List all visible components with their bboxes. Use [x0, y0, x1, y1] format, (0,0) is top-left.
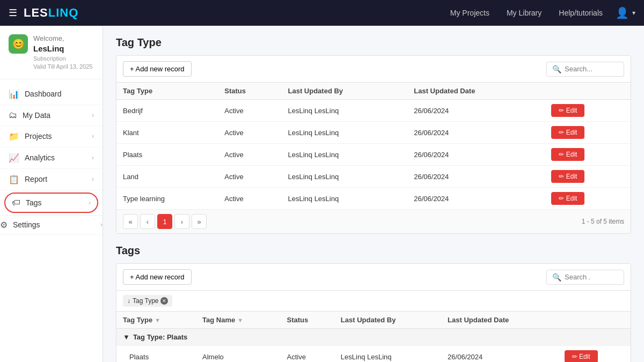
- cell-actions: ✏ Edit: [545, 144, 631, 166]
- cell-updated-by: LesLinq LesLinq: [281, 166, 407, 188]
- sidebar-item-label: Tags: [26, 198, 89, 207]
- topnav-links: My Projects My Library Help/tutorials: [450, 9, 603, 17]
- cell-tag-type: Klant: [116, 122, 218, 144]
- tag-type-footer: « ‹ 1 › » 1 - 5 of 5 items: [116, 209, 631, 233]
- cell-updated-by: LesLinq LesLinq: [281, 122, 407, 144]
- tags-search-box: 🔍: [546, 270, 624, 285]
- tag-type-search-box: 🔍: [546, 62, 624, 77]
- sidebar-nav: 📊 Dashboard 🗂 My Data › 📁 Projects › 📈 A…: [0, 79, 103, 362]
- my-projects-link[interactable]: My Projects: [450, 9, 489, 17]
- prev-page-button[interactable]: ‹: [140, 214, 155, 229]
- chevron-right-icon: ›: [100, 221, 103, 228]
- sidebar-item-mydata[interactable]: 🗂 My Data ›: [0, 105, 103, 126]
- last-page-button[interactable]: »: [192, 214, 207, 229]
- group-header-row: ▼Tag Type: Plaats: [116, 329, 631, 346]
- edit-button[interactable]: ✏ Edit: [565, 350, 598, 362]
- cell-tag-type: Plaats: [116, 346, 196, 363]
- sidebar-item-dashboard[interactable]: 📊 Dashboard: [0, 84, 103, 105]
- cell-tag-type: Type learning: [116, 188, 218, 210]
- cell-updated-date: 26/06/2024: [407, 100, 545, 122]
- cell-updated-date: 26/06/2024: [407, 122, 545, 144]
- profile-valid: Valid Till April 13, 2025: [33, 63, 92, 70]
- mydata-icon: 🗂: [9, 110, 17, 120]
- tags-section: Tags + Add new record 🔍 ↓ Tag Type ✕: [116, 245, 631, 362]
- cell-actions: ✏ Edit: [545, 122, 631, 144]
- sidebar-item-label: Report: [25, 175, 92, 183]
- col-tag-type: Tag Type ▼: [116, 312, 196, 329]
- col-tag-type: Tag Type: [116, 83, 218, 100]
- tag-type-title: Tag Type: [116, 36, 631, 49]
- report-icon: 📋: [9, 174, 19, 184]
- cell-updated-date: 26/06/2024: [407, 166, 545, 188]
- cell-tag-type: Plaats: [116, 144, 218, 166]
- hamburger-icon[interactable]: ☰: [9, 7, 17, 19]
- cell-status: Active: [218, 166, 281, 188]
- user-menu[interactable]: 👤 ▾: [616, 6, 635, 19]
- tag-type-add-button[interactable]: + Add new record: [123, 61, 192, 77]
- sidebar-item-label: Dashboard: [25, 90, 94, 98]
- col-status: Status: [281, 312, 334, 329]
- tag-type-pagination: « ‹ 1 › »: [123, 214, 207, 229]
- tag-type-filter-chip: ↓ Tag Type ✕: [123, 295, 172, 307]
- sidebar-item-report[interactable]: 📋 Report ›: [0, 169, 103, 190]
- sidebar-item-tags[interactable]: 🏷 Tags ›: [4, 193, 98, 213]
- sidebar-item-analytics[interactable]: 📈 Analytics ›: [0, 147, 103, 169]
- chevron-right-icon: ›: [92, 154, 94, 161]
- table-row: Plaats Active LesLinq LesLinq 26/06/2024…: [116, 144, 631, 166]
- edit-button[interactable]: ✏ Edit: [551, 148, 584, 161]
- tags-search-input[interactable]: [565, 273, 618, 281]
- edit-button[interactable]: ✏ Edit: [551, 170, 584, 183]
- profile-info: Welcome, LesLinq Subscription Valid Till…: [33, 34, 92, 70]
- logo-linq: LINQ: [48, 6, 79, 19]
- edit-button[interactable]: ✏ Edit: [551, 104, 584, 117]
- chevron-right-icon: ›: [92, 175, 94, 183]
- next-page-button[interactable]: ›: [174, 214, 189, 229]
- sidebar-item-settings[interactable]: ⚙ Settings ›: [0, 215, 103, 235]
- chevron-right-icon: ›: [92, 132, 94, 140]
- tag-type-table: Tag Type Status Last Updated By Last Upd…: [116, 83, 631, 209]
- col-updated-date: Last Updated Date: [441, 312, 558, 329]
- cell-updated-by: LesLinq LesLinq: [334, 346, 441, 363]
- my-library-link[interactable]: My Library: [507, 9, 541, 17]
- table-row: Plaats Almelo Active LesLinq LesLinq 26/…: [116, 346, 631, 363]
- tags-icon: 🏷: [12, 198, 20, 208]
- cell-status: Active: [218, 100, 281, 122]
- cell-status: Active: [281, 346, 334, 363]
- analytics-icon: 📈: [9, 153, 19, 163]
- logo: LESLINQ: [24, 6, 78, 20]
- cell-actions: ✏ Edit: [558, 346, 631, 363]
- cell-status: Active: [218, 188, 281, 210]
- sidebar-item-projects[interactable]: 📁 Projects ›: [0, 126, 103, 147]
- page-1-button[interactable]: 1: [157, 214, 172, 229]
- cell-tag-type: Bedrijf: [116, 100, 218, 122]
- tags-card: + Add new record 🔍 ↓ Tag Type ✕: [116, 263, 631, 362]
- edit-button[interactable]: ✏ Edit: [551, 192, 584, 205]
- first-page-button[interactable]: «: [123, 214, 138, 229]
- tag-name-col-filter-icon[interactable]: ▼: [237, 317, 243, 323]
- col-updated-date: Last Updated Date: [407, 83, 545, 100]
- table-row: Bedrijf Active LesLinq LesLinq 26/06/202…: [116, 100, 631, 122]
- tags-toolbar: + Add new record 🔍: [116, 264, 631, 291]
- user-icon: 👤: [616, 6, 629, 19]
- cell-tag-name: Almelo: [196, 346, 281, 363]
- tags-title: Tags: [116, 245, 631, 257]
- user-chevron-icon: ▾: [632, 9, 635, 17]
- tag-type-toolbar: + Add new record 🔍: [116, 56, 631, 83]
- edit-button[interactable]: ✏ Edit: [551, 126, 584, 139]
- help-tutorials-link[interactable]: Help/tutorials: [559, 9, 603, 17]
- chevron-right-icon: ›: [89, 199, 91, 206]
- sidebar-item-label: My Data: [23, 111, 92, 120]
- main-content: Tag Type + Add new record 🔍 Tag Type Sta…: [103, 26, 644, 362]
- cell-actions: ✏ Edit: [545, 166, 631, 188]
- cell-status: Active: [218, 122, 281, 144]
- filter-chip-close-button[interactable]: ✕: [160, 297, 168, 305]
- sidebar: 😊 Welcome, LesLinq Subscription Valid Ti…: [0, 26, 103, 362]
- tags-add-button[interactable]: + Add new record: [123, 269, 192, 285]
- profile-name: LesLinq: [33, 43, 92, 54]
- tag-type-search-input[interactable]: [565, 65, 618, 73]
- cell-status: Active: [218, 144, 281, 166]
- profile-subscription: Subscription: [33, 55, 92, 62]
- cell-updated-date: 26/06/2024: [407, 188, 545, 210]
- tag-type-section: Tag Type + Add new record 🔍 Tag Type Sta…: [116, 36, 631, 234]
- tag-type-col-filter-icon[interactable]: ▼: [155, 317, 160, 323]
